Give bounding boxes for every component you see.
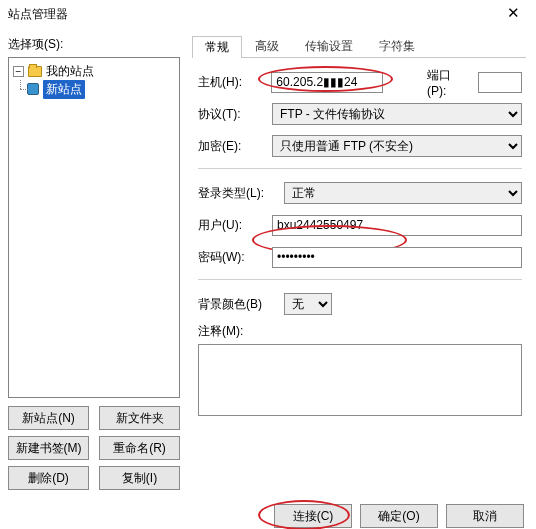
ok-button[interactable]: 确定(O) [360,504,438,528]
password-input[interactable] [272,247,522,268]
user-label: 用户(U): [198,217,264,234]
cancel-button[interactable]: 取消 [446,504,524,528]
select-entry-label: 选择项(S): [8,36,180,53]
separator-2 [198,279,522,280]
bgcolor-label: 背景颜色(B) [198,296,276,313]
user-input[interactable] [272,215,522,236]
tree-site-label: 新站点 [43,80,85,99]
site-icon [27,83,39,95]
new-site-button[interactable]: 新站点(N) [8,406,89,430]
tab-charset[interactable]: 字符集 [366,35,428,57]
protocol-select[interactable]: FTP - 文件传输协议 [272,103,522,125]
comment-label: 注释(M): [198,323,264,340]
encryption-select[interactable]: 只使用普通 FTP (不安全) [272,135,522,157]
port-input[interactable] [478,72,522,93]
folder-icon [28,66,42,77]
protocol-label: 协议(T): [198,106,264,123]
host-input[interactable] [271,72,383,93]
port-label: 端口(P): [427,67,470,98]
window-close-button[interactable]: ✕ [496,2,530,26]
tab-advanced[interactable]: 高级 [242,35,292,57]
delete-button[interactable]: 删除(D) [8,466,89,490]
bgcolor-select[interactable]: 无 [284,293,332,315]
tree-root-label: 我的站点 [46,63,94,80]
new-bookmark-button[interactable]: 新建书签(M) [8,436,89,460]
close-icon: ✕ [507,4,520,21]
rename-button[interactable]: 重命名(R) [99,436,180,460]
window-title: 站点管理器 [8,6,68,23]
copy-button[interactable]: 复制(I) [99,466,180,490]
separator [198,168,522,169]
tree-site-row[interactable]: 新站点 [11,80,177,98]
encryption-label: 加密(E): [198,138,264,155]
logintype-select[interactable]: 正常 [284,182,522,204]
host-label: 主机(H): [198,74,263,91]
tab-transfer[interactable]: 传输设置 [292,35,366,57]
password-label: 密码(W): [198,249,264,266]
site-tree[interactable]: − 我的站点 新站点 [8,57,180,398]
tab-bar: 常规 高级 传输设置 字符集 [192,34,526,58]
logintype-label: 登录类型(L): [198,185,276,202]
connect-button[interactable]: 连接(C) [274,504,352,528]
tree-root-row[interactable]: − 我的站点 [11,62,177,80]
tab-general[interactable]: 常规 [192,36,242,58]
new-folder-button[interactable]: 新文件夹 [99,406,180,430]
comment-textarea[interactable] [198,344,522,416]
tree-expander-icon[interactable]: − [13,66,24,77]
